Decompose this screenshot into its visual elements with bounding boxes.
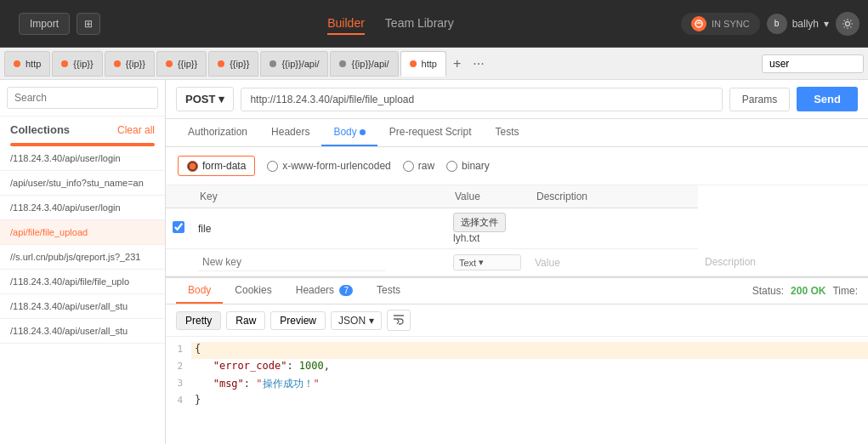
- resp-tab-cookies[interactable]: Cookies: [223, 278, 283, 304]
- sidebar-item[interactable]: /118.24.3.40/api/user/login: [0, 196, 165, 220]
- body-tab-dot: [360, 129, 366, 135]
- method-chevron-icon: ▾: [218, 93, 224, 105]
- method-select[interactable]: POST ▾: [176, 87, 234, 111]
- tab-body[interactable]: Body: [321, 119, 377, 146]
- sidebar-item[interactable]: /118.24.3.40/api/user/all_stu: [0, 319, 165, 344]
- resp-tab-headers[interactable]: Headers 7: [284, 278, 365, 304]
- tab-ip-4[interactable]: {{ip}}: [208, 51, 258, 77]
- tab-team-library[interactable]: Team Library: [385, 13, 454, 35]
- sidebar-item-active[interactable]: /api/file/file_upload: [0, 220, 165, 245]
- body-options: form-data x-www-form-urlencoded raw bina…: [166, 147, 868, 185]
- new-tab-button[interactable]: ⊞: [77, 13, 100, 35]
- x-www-option[interactable]: x-www-form-urlencoded: [267, 160, 390, 172]
- tab-ip-api-1[interactable]: {{ip}}/api/: [260, 51, 328, 77]
- tab-label: {{ip}}: [126, 59, 145, 69]
- line-number: 3: [166, 376, 191, 393]
- tab-pre-request[interactable]: Pre-request Script: [377, 119, 484, 146]
- tab-authorization[interactable]: Authorization: [176, 119, 259, 146]
- code-content: 1 { 2 "error_code": 1000, 3: [166, 337, 868, 444]
- sidebar-item[interactable]: /118.24.3.40/api/file/file_uplo: [0, 270, 165, 294]
- form-data-label: form-data: [202, 160, 246, 172]
- file-name: lyh.txt: [453, 232, 479, 244]
- send-button[interactable]: Send: [797, 87, 858, 111]
- new-row-type-cell: Text ▾: [446, 249, 528, 276]
- sidebar: Collections Clear all /118.24.3.40/api/u…: [0, 80, 166, 444]
- sync-icon: [695, 20, 703, 28]
- tab-search-input[interactable]: [762, 54, 864, 73]
- collections-label: Collections: [10, 123, 70, 136]
- more-tabs-button[interactable]: ···: [468, 54, 489, 73]
- x-www-radio[interactable]: [267, 161, 278, 172]
- sidebar-item[interactable]: /118.24.3.40/api/user/all_stu: [0, 294, 165, 319]
- json-chevron-icon: ▾: [369, 315, 374, 327]
- type-chevron-icon: ▾: [479, 257, 484, 268]
- binary-radio[interactable]: [446, 161, 457, 172]
- row-checkbox[interactable]: [173, 221, 184, 233]
- row-key: file: [198, 223, 211, 235]
- raw-radio[interactable]: [403, 161, 414, 172]
- tab-builder[interactable]: Builder: [327, 13, 365, 35]
- col-description: Description: [528, 185, 698, 208]
- preview-button[interactable]: Preview: [270, 311, 326, 330]
- tab-dot: [61, 60, 68, 67]
- sidebar-search-input[interactable]: [7, 87, 158, 109]
- raw-button[interactable]: Raw: [226, 311, 265, 330]
- tab-headers[interactable]: Headers: [259, 119, 321, 146]
- form-data-radio[interactable]: [187, 161, 198, 172]
- line-number: 2: [166, 359, 191, 376]
- status-info: Status: 200 OK Time:: [752, 285, 858, 297]
- raw-option[interactable]: raw: [403, 160, 434, 172]
- tab-tests[interactable]: Tests: [483, 119, 530, 146]
- svg-point-1: [846, 21, 850, 26]
- tab-ip-3[interactable]: {{ip}}: [156, 51, 207, 77]
- code-line-3: 3 "msg": "操作成功！": [166, 376, 868, 393]
- choose-file-button[interactable]: 选择文件: [453, 213, 506, 232]
- type-label: Text: [459, 258, 476, 268]
- tab-label: {{ip}}: [73, 59, 93, 69]
- new-key-input[interactable]: [198, 253, 385, 271]
- import-label: Import: [30, 18, 59, 30]
- sidebar-item[interactable]: /118.24.3.40/api/user/login: [0, 146, 165, 171]
- clear-all-button[interactable]: Clear all: [117, 124, 155, 136]
- sidebar-items: /118.24.3.40/api/user/login /api/user/st…: [0, 146, 165, 444]
- resp-tab-tests[interactable]: Tests: [365, 278, 412, 304]
- json-label: JSON: [338, 315, 366, 327]
- binary-option[interactable]: binary: [446, 160, 490, 172]
- wrap-button[interactable]: [387, 310, 411, 331]
- tab-dot: [218, 60, 224, 67]
- tab-http-1[interactable]: http: [4, 51, 50, 77]
- top-navigation: Import ⊞ Builder Team Library IN SYNC b …: [0, 0, 868, 48]
- resp-tab-body[interactable]: Body: [176, 278, 223, 304]
- desc-placeholder: Description: [705, 256, 756, 268]
- code-toolbar: Pretty Raw Preview JSON ▾: [166, 305, 868, 337]
- col-checkbox: [166, 185, 191, 208]
- tab-ip-1[interactable]: {{ip}}: [52, 51, 102, 77]
- url-input[interactable]: [241, 88, 722, 111]
- add-tab-button[interactable]: +: [448, 54, 466, 73]
- pretty-button[interactable]: Pretty: [176, 311, 221, 330]
- tab-dot: [410, 60, 417, 67]
- json-select[interactable]: JSON ▾: [331, 311, 382, 330]
- sync-dot: [691, 16, 706, 31]
- response-tabs: Body Cookies Headers 7 Tests Status: 200…: [166, 278, 868, 305]
- sync-text: IN SYNC: [712, 19, 750, 29]
- sidebar-item[interactable]: /api/user/stu_info?stu_name=an: [0, 171, 165, 196]
- new-row-key-cell: [191, 249, 446, 276]
- tab-http-active[interactable]: http: [400, 51, 446, 77]
- tab-ip-api-2[interactable]: {{ip}}/api/: [330, 51, 398, 77]
- tab-ip-2[interactable]: {{ip}}: [105, 51, 155, 77]
- line-content: "error_code": 1000,: [191, 359, 868, 376]
- headers-badge: 7: [339, 285, 353, 296]
- line-content: {: [191, 342, 868, 359]
- user-area[interactable]: b ballyh ▾: [767, 14, 829, 34]
- import-button[interactable]: Import: [19, 13, 70, 35]
- tab-dot: [114, 60, 121, 67]
- sidebar-item[interactable]: //s.url.cn/pub/js/qreport.js?_231: [0, 245, 165, 270]
- settings-button[interactable]: [836, 12, 859, 36]
- form-data-option[interactable]: form-data: [178, 156, 255, 176]
- binary-label: binary: [462, 160, 490, 172]
- type-select[interactable]: Text ▾: [453, 254, 521, 270]
- col-key: Key: [191, 185, 446, 208]
- line-number: 1: [166, 342, 191, 359]
- params-button[interactable]: Params: [729, 88, 790, 111]
